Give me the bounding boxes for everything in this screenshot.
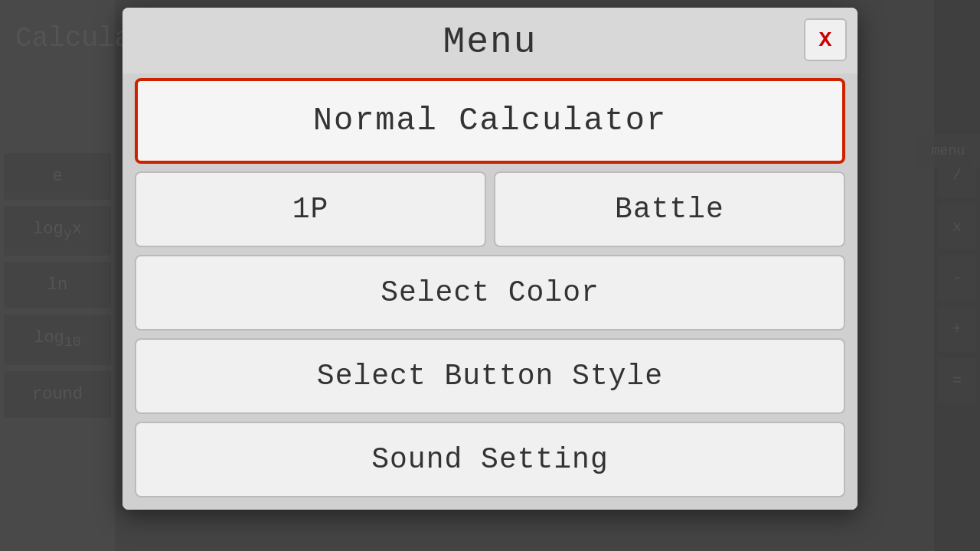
- close-button[interactable]: X: [804, 18, 847, 61]
- modal-header: Menu X: [122, 8, 858, 73]
- battle-button[interactable]: Battle: [494, 171, 845, 247]
- mode-selection-row: 1P Battle: [135, 171, 845, 247]
- menu-modal: Menu X Normal Calculator 1P Battle Selec…: [122, 8, 858, 510]
- select-button-style-button[interactable]: Select Button Style: [135, 338, 845, 414]
- normal-calculator-button[interactable]: Normal Calculator: [135, 78, 845, 164]
- modal-body: Normal Calculator 1P Battle Select Color…: [122, 73, 858, 510]
- select-color-button[interactable]: Select Color: [135, 255, 845, 331]
- one-player-button[interactable]: 1P: [135, 171, 486, 247]
- modal-title: Menu: [443, 21, 537, 63]
- sound-setting-button[interactable]: Sound Setting: [135, 422, 845, 497]
